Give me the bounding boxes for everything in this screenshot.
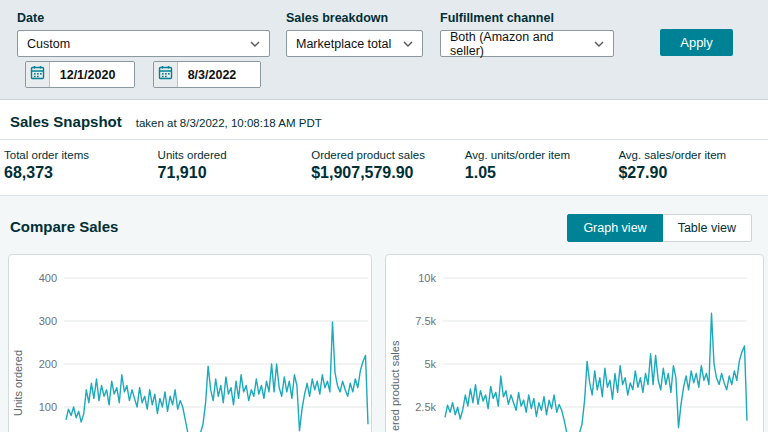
snapshot-metrics-row: Total order items 68,373 Units ordered 7… [0,140,768,196]
sales-snapshot-section: Sales Snapshot taken at 8/3/2022, 10:08:… [0,100,768,196]
compare-sales-header: Compare Sales Graph view Table view [0,196,768,242]
metric-value: $27.90 [618,164,768,182]
metric-avg-sales-per-order-item: Avg. sales/order item $27.90 [614,149,768,182]
metric-label: Avg. sales/order item [618,149,768,161]
date-range-dropdown[interactable]: Custom [17,30,270,57]
svg-text:300: 300 [39,315,57,327]
date-range-value: Custom [27,37,70,51]
svg-text:Ordered product sales: Ordered product sales [389,340,401,432]
svg-text:10k: 10k [418,272,436,284]
graph-view-button[interactable]: Graph view [567,214,662,242]
charts-row: 100200300400Units ordered 2.5k5k7.5k10kO… [0,254,768,432]
start-date-input[interactable] [50,62,134,87]
svg-text:100: 100 [39,401,57,413]
metric-value: 1.05 [465,164,615,182]
metric-avg-units-per-order-item: Avg. units/order item 1.05 [461,149,615,182]
svg-text:7.5k: 7.5k [415,315,436,327]
svg-text:400: 400 [39,272,57,284]
date-filter-label: Date [17,11,44,25]
snapshot-title: Sales Snapshot [10,113,122,130]
sales-breakdown-label: Sales breakdown [286,11,388,25]
sales-breakdown-value: Marketplace total [296,37,391,51]
svg-text:200: 200 [39,358,57,370]
units-ordered-chart: 100200300400Units ordered [8,254,372,432]
calendar-icon [30,65,45,84]
fulfillment-channel-value: Both (Amazon and seller) [450,30,586,58]
metric-label: Total order items [4,149,154,161]
compare-sales-title: Compare Sales [10,214,118,235]
start-date-calendar-button[interactable] [26,62,50,87]
filter-bar: Date Custom Sales breakdown Marketplace … [0,0,768,100]
metric-label: Ordered product sales [311,149,461,161]
calendar-icon [158,65,173,84]
chevron-down-icon [250,39,260,49]
fulfillment-channel-label: Fulfillment channel [440,11,554,25]
sales-breakdown-dropdown[interactable]: Marketplace total [286,30,423,57]
metric-units-ordered: Units ordered 71,910 [154,149,308,182]
end-date-field [153,61,261,88]
compare-sales-section: Compare Sales Graph view Table view 1002… [0,196,768,432]
svg-text:5k: 5k [424,358,436,370]
metric-total-order-items: Total order items 68,373 [0,149,154,182]
end-date-input[interactable] [178,62,260,87]
chevron-down-icon [403,39,413,49]
metric-label: Units ordered [158,149,308,161]
start-date-field [25,61,135,88]
view-toggle: Graph view Table view [567,214,752,242]
apply-button[interactable]: Apply [660,29,733,56]
snapshot-timestamp: taken at 8/3/2022, 10:08:18 AM PDT [136,117,322,129]
svg-text:2.5k: 2.5k [415,401,436,413]
metric-ordered-product-sales: Ordered product sales $1,907,579.90 [307,149,461,182]
metric-value: 68,373 [4,164,154,182]
metric-value: $1,907,579.90 [311,164,461,182]
chevron-down-icon [594,39,604,49]
end-date-calendar-button[interactable] [154,62,178,87]
fulfillment-channel-dropdown[interactable]: Both (Amazon and seller) [440,30,614,57]
table-view-button[interactable]: Table view [663,214,752,242]
svg-text:Units ordered: Units ordered [12,350,24,416]
metric-label: Avg. units/order item [465,149,615,161]
ordered-product-sales-chart: 2.5k5k7.5k10kOrdered product sales [385,254,764,432]
snapshot-header: Sales Snapshot taken at 8/3/2022, 10:08:… [0,100,768,140]
metric-value: 71,910 [158,164,308,182]
